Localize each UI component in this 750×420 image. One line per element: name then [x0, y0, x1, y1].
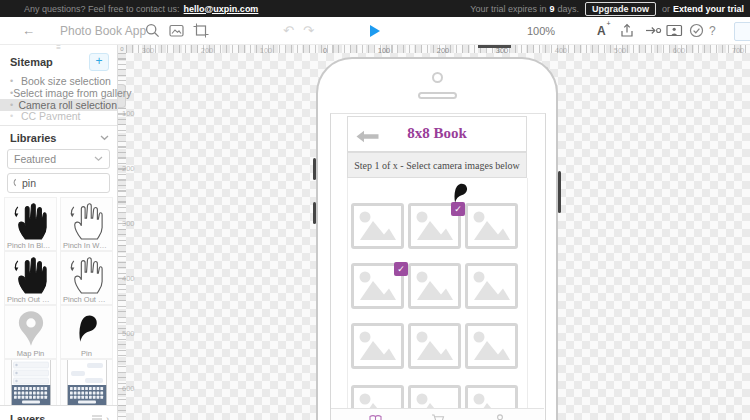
- image-glyph-icon: [354, 206, 401, 246]
- image-placeholder[interactable]: [408, 323, 461, 369]
- ruler-v-label: 500: [122, 329, 135, 338]
- image-placeholder[interactable]: [351, 323, 404, 369]
- ruler-v-label: 400: [122, 274, 135, 283]
- mirror-device-icon[interactable]: [666, 17, 683, 44]
- library-component-label: Pinch Out Bla...: [5, 295, 56, 304]
- library-component-label: Pinch In Black: [5, 241, 56, 250]
- bullet-icon: •: [10, 100, 18, 110]
- ruler-h-label: 0: [323, 46, 327, 55]
- image-selected-checkbox[interactable]: ✓: [394, 262, 408, 276]
- extend-trial-link[interactable]: Extend your trial: [673, 4, 744, 14]
- text-tool-glyph: A: [597, 24, 606, 38]
- image-placeholder[interactable]: [465, 263, 518, 309]
- library-search-input[interactable]: [20, 176, 104, 190]
- left-sidebar: ≡ Sitemap + •Book size selection•Select …: [0, 45, 118, 420]
- back-button[interactable]: ←: [22, 17, 35, 44]
- approval-check-icon[interactable]: [689, 17, 704, 44]
- libraries-title: Libraries: [10, 132, 56, 144]
- play-icon: [370, 25, 380, 37]
- redo-icon[interactable]: ↷: [303, 17, 314, 44]
- book-icon[interactable]: [369, 412, 382, 420]
- layers-panel-header[interactable]: Layers ›: [0, 405, 117, 420]
- cart-icon[interactable]: [431, 412, 445, 420]
- undo-icon[interactable]: ↶: [283, 17, 294, 44]
- sitemap-item[interactable]: •CC Payment: [0, 111, 117, 120]
- chevron-down-icon: [94, 156, 103, 162]
- library-component[interactable]: Pinch Out Bla...: [4, 251, 57, 305]
- image-placeholder[interactable]: [465, 323, 518, 369]
- sitemap-item[interactable]: •Select image from gallery: [0, 87, 117, 99]
- ruler-selection-indicator: [478, 45, 511, 48]
- library-search-box: [7, 173, 110, 193]
- library-component[interactable]: Pinch In Black: [4, 197, 57, 251]
- phone-screen: 8x8 Book Step 1 of x - Select camera ima…: [330, 113, 546, 420]
- text-tool-icon[interactable]: A +: [597, 17, 606, 44]
- library-component[interactable]: Map Pin: [4, 305, 57, 359]
- ruler-h-label: 100: [260, 46, 273, 55]
- insert-image-icon[interactable]: [169, 17, 185, 44]
- share-upload-icon[interactable]: [620, 17, 634, 44]
- editor-toolbar: ← Photo Book App ↶ ↷ 100% A + ?: [0, 17, 750, 45]
- layers-controls: ›: [92, 414, 109, 420]
- library-filter-value: Featured: [14, 153, 56, 165]
- artboard-icon[interactable]: [193, 17, 209, 44]
- camera-image-grid: ✓ ✓: [347, 178, 528, 420]
- library-filter-dropdown[interactable]: Featured: [7, 149, 110, 169]
- phone-speaker-slot: [418, 92, 457, 99]
- contact-email-link[interactable]: hello@uxpin.com: [184, 4, 259, 14]
- sitemap-item-label: Book size selection: [21, 75, 111, 87]
- page-title: 8x8 Book: [348, 125, 526, 142]
- library-component-label: Pinch Out Whi...: [61, 295, 112, 304]
- upgrade-now-button[interactable]: Upgrade now: [585, 2, 656, 16]
- sitemap-title: Sitemap: [10, 56, 53, 68]
- phone-volume-up-button: [313, 158, 316, 180]
- or-text: or: [662, 4, 670, 14]
- clipped-toolbar-button[interactable]: [734, 22, 750, 41]
- sitemap-item[interactable]: •Camera roll selection: [0, 99, 117, 111]
- image-glyph-icon: [411, 326, 458, 366]
- library-component[interactable]: Pinch Out Whi...: [60, 251, 113, 305]
- image-placeholder[interactable]: [408, 263, 461, 309]
- library-component[interactable]: Pinch In White: [60, 197, 113, 251]
- search-icon[interactable]: [145, 17, 160, 44]
- pinch-in-white-icon: [61, 198, 112, 241]
- handoff-arrow-icon[interactable]: [645, 17, 662, 44]
- image-glyph-icon: [411, 266, 458, 306]
- sitemap-item[interactable]: •Book size selection: [0, 75, 117, 87]
- trial-days-count: 9: [549, 4, 554, 14]
- preview-play-button[interactable]: [370, 17, 380, 44]
- image-glyph-icon: [468, 266, 515, 306]
- image-placeholder[interactable]: ✓: [351, 263, 404, 309]
- keyboard-notifications-icon: [5, 360, 56, 403]
- sitemap-item-label: Select image from gallery: [13, 87, 131, 99]
- pin-cursor-component[interactable]: [452, 183, 468, 208]
- zoom-level[interactable]: 100%: [527, 17, 555, 44]
- pinch-out-white-icon: [61, 252, 112, 295]
- ruler-v-label: 100: [122, 109, 135, 118]
- panel-drag-handle-icon[interactable]: ≡: [56, 45, 61, 51]
- library-component[interactable]: Pin: [60, 305, 113, 359]
- ruler-h-label: 400: [555, 46, 568, 55]
- image-placeholder[interactable]: ✓: [408, 203, 461, 249]
- iphone-artboard[interactable]: 8x8 Book Step 1 of x - Select camera ima…: [316, 57, 558, 420]
- image-placeholder[interactable]: [351, 203, 404, 249]
- person-icon[interactable]: [494, 412, 506, 420]
- add-page-button[interactable]: +: [89, 53, 109, 71]
- image-placeholder[interactable]: [465, 203, 518, 249]
- sitemap-list: •Book size selection•Select image from g…: [0, 75, 117, 120]
- image-glyph-icon: [468, 326, 515, 366]
- bullet-icon: •: [10, 111, 21, 120]
- search-icon: [13, 178, 16, 189]
- ruler-v-label: 200: [122, 164, 135, 173]
- sitemap-item-label: Camera roll selection: [18, 99, 117, 111]
- design-canvas[interactable]: 0 30020010001002003004005006007001002003…: [118, 45, 750, 420]
- libraries-header[interactable]: Libraries: [0, 125, 117, 147]
- app-tab-bar: [331, 408, 544, 420]
- help-button[interactable]: ?: [709, 17, 716, 44]
- image-glyph-icon: [354, 326, 401, 366]
- sitemap-item-label: CC Payment: [21, 111, 81, 120]
- ruler-h-label: 100: [378, 46, 391, 55]
- bullet-icon: •: [10, 76, 21, 86]
- step-instruction-bar: Step 1 of x - Select camera images below: [347, 152, 527, 178]
- chevron-right-icon: ›: [106, 414, 109, 420]
